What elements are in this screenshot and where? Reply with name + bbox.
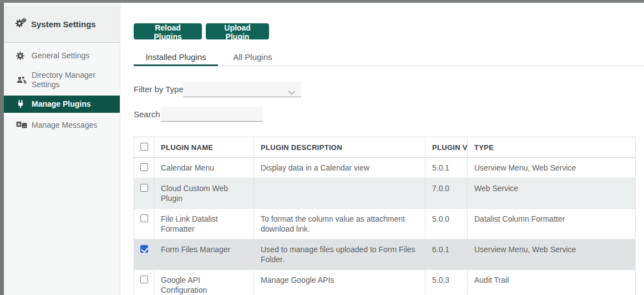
filter-by-type-select[interactable] <box>183 82 301 97</box>
sidebar-title: System Settings <box>31 19 96 29</box>
plugin-name-cell: Cloud Custom Web Plugin <box>154 178 254 209</box>
translate-icon: A ↔ <box>16 121 28 129</box>
sidebar-item-manage-plugins[interactable]: Manage Plugins <box>4 96 120 113</box>
sidebar-item-label: General Settings <box>32 51 89 61</box>
column-header-type: TYPE <box>468 137 636 158</box>
plugin-version-cell: 5.0.1 <box>425 158 468 178</box>
reload-plugins-button[interactable]: Reload Plugins <box>134 23 202 39</box>
plugin-type-cell: Audit Trail <box>468 270 636 295</box>
row-checkbox[interactable] <box>140 184 148 192</box>
plugin-description-cell: Display data in a Calendar view <box>254 158 425 178</box>
table-row[interactable]: Google API Configuration Manage Google A… <box>134 270 636 295</box>
plugin-description-cell: To format the column value as attachment… <box>254 209 425 239</box>
sidebar-header: System Settings <box>4 6 120 43</box>
sidebar-item-label: Manage Plugins <box>32 99 91 109</box>
search-label: Search <box>134 107 160 122</box>
column-header-plugin-description: PLUGIN DESCRIPTION <box>254 137 425 158</box>
sidebar-item-manage-messages[interactable]: A ↔ Manage Messages <box>4 117 120 133</box>
users-icon <box>16 76 28 84</box>
chevron-down-icon <box>288 87 296 97</box>
cogs-icon <box>15 18 27 30</box>
select-all-checkbox[interactable] <box>140 143 148 151</box>
plugins-table: PLUGIN NAME PLUGIN DESCRIPTION PLUGIN VE… <box>134 137 636 295</box>
table-row[interactable]: Cloud Custom Web Plugin 7.0.0 Web Servic… <box>134 178 636 209</box>
row-checkbox[interactable] <box>140 245 148 253</box>
search-input[interactable] <box>161 107 263 122</box>
row-checkbox[interactable] <box>140 163 148 171</box>
plugin-manager-panel: Reload Plugins Upload Plugin Installed P… <box>121 3 644 295</box>
table-header-row: PLUGIN NAME PLUGIN DESCRIPTION PLUGIN VE… <box>134 137 636 158</box>
settings-sidebar: System Settings General Settings <box>4 3 120 295</box>
column-header-plugin-version: PLUGIN VERSION <box>425 137 468 158</box>
gear-icon <box>16 52 28 60</box>
plugin-name-cell: Form Files Manager <box>154 239 254 270</box>
active-tab-underline <box>134 64 218 66</box>
sidebar-item-label: Manage Messages <box>32 121 97 130</box>
plugin-version-cell: 6.0.1 <box>425 239 468 270</box>
row-checkbox[interactable] <box>140 214 148 222</box>
plugin-name-cell: Calendar Menu <box>154 158 254 178</box>
plugin-name-cell: File Link Datalist Formatter <box>154 209 254 239</box>
plugin-version-cell: 5.0.3 <box>425 270 468 295</box>
sidebar-item-label: Directory Manager Settings <box>32 71 115 89</box>
plugin-type-cell: Userview Menu, Web Service <box>468 158 636 178</box>
plugin-description-cell: Manage Google APIs <box>254 270 425 295</box>
tab-installed-plugins[interactable]: Installed Plugins <box>134 48 218 66</box>
column-header-plugin-name: PLUGIN NAME <box>154 137 254 158</box>
sidebar-item-general-settings[interactable]: General Settings <box>4 47 120 64</box>
plugin-version-cell: 7.0.0 <box>425 178 468 209</box>
plugin-type-cell: Datalist Column Formatter <box>468 209 636 239</box>
plugin-name-cell: Google API Configuration <box>154 270 254 295</box>
plugin-type-cell: Userview Menu, Web Service <box>468 239 636 270</box>
table-row[interactable]: File Link Datalist Formatter To format t… <box>134 209 636 239</box>
sidebar-item-directory-manager-settings[interactable]: Directory Manager Settings <box>4 67 120 93</box>
table-row[interactable]: Form Files Manager Used to manage files … <box>134 239 636 270</box>
svg-text:A: A <box>17 122 21 127</box>
upload-plugin-button[interactable]: Upload Plugin <box>206 23 269 39</box>
table-row[interactable]: Calendar Menu Display data in a Calendar… <box>134 158 636 178</box>
filter-by-type-label: Filter by Type <box>134 82 184 97</box>
svg-text:↔: ↔ <box>22 123 27 128</box>
plug-icon <box>16 99 28 109</box>
plugin-description-cell: Used to manage files uploaded to Form Fi… <box>254 239 425 270</box>
window-left-border <box>0 3 4 295</box>
tab-all-plugins[interactable]: All Plugins <box>218 48 287 66</box>
plugin-type-cell: Web Service <box>468 178 636 209</box>
row-checkbox[interactable] <box>140 276 148 283</box>
plugin-version-cell: 5.0.0 <box>425 209 468 239</box>
plugin-description-cell <box>254 178 425 209</box>
